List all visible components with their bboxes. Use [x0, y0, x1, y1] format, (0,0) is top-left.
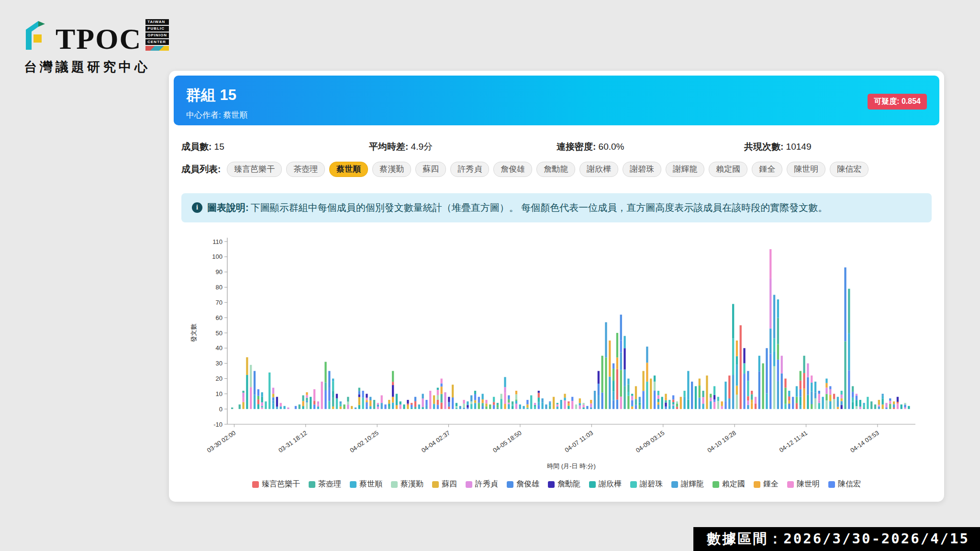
svg-text:90: 90 — [216, 269, 223, 276]
member-tag[interactable]: 謝欣樺 — [579, 162, 618, 177]
svg-text:110: 110 — [212, 238, 223, 245]
stacked-bar — [758, 356, 760, 409]
legend-item[interactable]: 詹勳龍 — [548, 479, 580, 489]
stacked-bar — [769, 249, 771, 409]
member-tag[interactable]: 詹勳龍 — [536, 162, 575, 177]
member-tag[interactable]: 臻言芭樂干 — [227, 162, 282, 177]
stacked-bar — [814, 382, 816, 409]
member-tag[interactable]: 蔡漢勤 — [372, 162, 411, 177]
stacked-bar — [654, 376, 656, 409]
stacked-bar — [470, 396, 472, 409]
stacked-bar — [384, 405, 386, 409]
legend-item[interactable]: 臻言芭樂干 — [252, 479, 300, 489]
stacked-bar — [332, 379, 334, 409]
svg-text:04-05 18:50: 04-05 18:50 — [491, 430, 523, 454]
member-tag[interactable]: 謝輝龍 — [666, 162, 704, 177]
stacked-bar — [501, 394, 502, 409]
stacked-bar — [672, 396, 674, 409]
logo-block-line: PUBLIC — [145, 26, 169, 32]
legend-item[interactable]: 陳信宏 — [828, 479, 861, 489]
stacked-bar — [590, 400, 592, 409]
stacked-bar — [381, 396, 383, 409]
stacked-bar — [878, 400, 880, 409]
member-tag[interactable]: 茶壺理 — [286, 162, 325, 177]
stacked-bar — [713, 386, 715, 409]
stacked-bar — [265, 402, 267, 409]
stacked-bar — [784, 379, 786, 409]
chart-legend: 臻言芭樂干茶壺理蔡世順蔡漢勤蘇四許秀貞詹俊雄詹勳龍謝欣樺謝碧珠謝輝龍賴定國鍾全陳… — [178, 479, 935, 489]
member-tag[interactable]: 賴定國 — [709, 162, 747, 177]
member-tag[interactable]: 蘇四 — [415, 162, 446, 177]
stacked-bar — [747, 371, 749, 409]
legend-item[interactable]: 陳世明 — [787, 479, 820, 489]
svg-text:04-12 11:41: 04-12 11:41 — [778, 430, 809, 454]
logo-block-line: OPINION — [145, 33, 169, 38]
stacked-bar — [773, 295, 775, 409]
stacked-bar — [901, 405, 902, 409]
member-tag[interactable]: 謝碧珠 — [623, 162, 661, 177]
svg-text:04-10 19:28: 04-10 19:28 — [706, 430, 737, 454]
svg-text:40: 40 — [216, 345, 223, 352]
legend-item[interactable]: 蔡漢勤 — [391, 479, 423, 489]
stacked-bar — [493, 397, 495, 409]
stacked-bar — [762, 364, 764, 409]
stacked-bar — [280, 403, 282, 409]
legend-item[interactable]: 謝碧珠 — [630, 479, 663, 489]
stacked-bar — [246, 357, 248, 409]
legend-swatch — [754, 481, 760, 488]
legend-item[interactable]: 蔡世順 — [350, 479, 382, 489]
legend-item[interactable]: 謝欣樺 — [589, 479, 622, 489]
stacked-bar — [699, 379, 701, 409]
chart-canvas[interactable]: 1101009080706050403020100-1003-30 02:000… — [178, 234, 931, 475]
data-range-bar: 數據區間：2026/3/30-2026/4/15 — [693, 527, 980, 551]
stacked-bar — [683, 391, 685, 409]
stacked-bar — [242, 391, 244, 409]
stacked-bar — [538, 391, 540, 409]
stacked-bar — [474, 391, 476, 409]
legend-item[interactable]: 鍾全 — [754, 479, 779, 489]
legend-item[interactable]: 許秀貞 — [466, 479, 498, 489]
svg-text:10: 10 — [216, 390, 223, 397]
legend-item[interactable]: 謝輝龍 — [671, 479, 704, 489]
stacked-bar — [456, 403, 457, 409]
group-card: 群組 15 中心作者: 蔡世順 可疑度: 0.854 成員數: 15平均時差: … — [169, 71, 944, 502]
stat-item: 連接密度: 60.0% — [557, 141, 744, 153]
legend-swatch — [350, 481, 356, 488]
legend-swatch — [309, 481, 315, 488]
member-tag[interactable]: 詹俊雄 — [493, 162, 532, 177]
stacked-bar — [425, 400, 427, 409]
legend-swatch — [432, 481, 439, 488]
stacked-bar — [287, 408, 289, 409]
stacked-bar — [515, 391, 517, 409]
stacked-bar — [859, 400, 861, 409]
svg-text:-10: -10 — [213, 421, 223, 428]
legend-item[interactable]: 詹俊雄 — [507, 479, 539, 489]
stacked-bar — [377, 403, 379, 409]
stacked-bar — [400, 402, 401, 409]
stacked-bar — [822, 397, 824, 409]
stacked-bar — [702, 391, 704, 409]
stacked-bar — [616, 333, 618, 409]
stacked-bar — [414, 397, 416, 409]
member-tag[interactable]: 陳世明 — [787, 162, 825, 177]
member-tag[interactable]: 許秀貞 — [450, 162, 489, 177]
stacked-bar — [605, 322, 607, 409]
member-tag[interactable]: 蔡世順 — [329, 162, 368, 177]
stacked-bar — [541, 398, 543, 409]
svg-text:04-02 10:25: 04-02 10:25 — [348, 430, 379, 454]
stacked-bar — [612, 364, 614, 409]
stacked-bar — [833, 394, 835, 409]
stacked-bar — [343, 405, 345, 409]
legend-item[interactable]: 蘇四 — [432, 479, 457, 489]
member-tag[interactable]: 陳信宏 — [830, 162, 869, 177]
stacked-bar — [829, 386, 831, 409]
stacked-bar — [601, 356, 603, 409]
legend-item[interactable]: 茶壺理 — [309, 479, 341, 489]
stacked-bar — [755, 397, 757, 409]
stacked-bar — [710, 394, 712, 409]
legend-item[interactable]: 賴定國 — [713, 479, 745, 489]
stacked-bar — [302, 396, 304, 409]
member-tag[interactable]: 鍾全 — [752, 162, 782, 177]
stacked-bar — [448, 397, 450, 409]
stacked-bar — [411, 403, 412, 409]
